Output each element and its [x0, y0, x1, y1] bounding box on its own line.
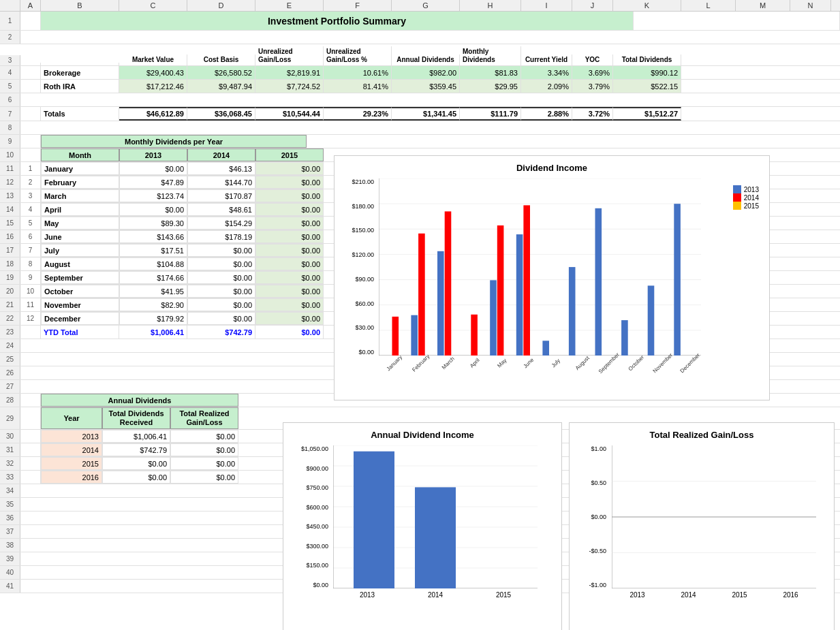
- month-2015-june: $0.00: [255, 230, 324, 243]
- month-2013-june: $143.66: [119, 230, 187, 243]
- svg-rect-14: [445, 211, 452, 356]
- svg-rect-16: [490, 280, 497, 356]
- col-header-f: F: [324, 0, 392, 11]
- rothira-unrealgl: $7,724.52: [255, 80, 324, 93]
- month-2014-february: $144.70: [187, 176, 255, 189]
- header-current-yield: Current Yield: [521, 54, 572, 65]
- svg-rect-18: [516, 234, 523, 356]
- month-2015-march: $0.00: [255, 189, 324, 202]
- cell-1rest: [634, 12, 840, 30]
- month-2014-september: $0.00: [187, 271, 255, 284]
- svg-rect-25: [674, 204, 681, 356]
- col-header-b: B: [41, 0, 119, 11]
- svg-rect-36: [354, 452, 394, 588]
- totals-annualdiv: $1,341.45: [392, 107, 460, 121]
- month-2014-august: $0.00: [187, 257, 255, 270]
- header-total-div: Total Dividends: [613, 54, 681, 65]
- row-2: 2: [0, 31, 840, 44]
- rownum-11: 11: [0, 162, 20, 175]
- month-2014-january: $46.13: [187, 162, 255, 175]
- month-2015-april: $0.00: [255, 203, 324, 216]
- month-march: March: [41, 189, 119, 202]
- svg-rect-20: [542, 341, 549, 356]
- month-2015-february: $0.00: [255, 176, 324, 189]
- rothira-unrealpct: 81.41%: [324, 80, 392, 93]
- brokerage-annualdiv: $982.00: [392, 66, 460, 79]
- svg-rect-17: [497, 225, 504, 356]
- legend-2013: 2013: [733, 185, 759, 193]
- month-2015-january: $0.00: [255, 162, 324, 175]
- col-header-j: J: [572, 0, 613, 11]
- annual-col-realized: Total Realized Gain/Loss: [170, 407, 238, 429]
- header-unrealized-gl: Unrealized Gain/Loss: [255, 46, 324, 65]
- row-5: 5 Roth IRA $17,212.46 $9,487.94 $7,724.5…: [0, 80, 840, 93]
- col-header-m: M: [736, 0, 790, 11]
- brokerage-yoc: 3.69%: [572, 66, 613, 79]
- brokerage-label: Brokerage: [41, 66, 119, 79]
- header-unrealized-pct: Unrealized Gain/Loss %: [324, 46, 392, 65]
- totals-monthlydiv: $111.79: [460, 107, 521, 121]
- col-header-row: [0, 0, 20, 11]
- legend-2015: 2015: [733, 202, 759, 210]
- rownum-17: 17: [0, 244, 20, 257]
- annual-col-received: Total Dividends Received: [102, 407, 170, 429]
- month-september: September: [41, 271, 119, 284]
- annual-chart-svg: [333, 445, 538, 588]
- month-2014-may: $154.29: [187, 217, 255, 230]
- dividend-chart-svg: [379, 178, 701, 356]
- annual-chart-xlabels: 2013 2014 2015: [333, 591, 538, 599]
- month-2015-august: $0.00: [255, 257, 324, 270]
- month-2013-august: $104.88: [119, 257, 187, 270]
- col-header-l: L: [681, 0, 736, 11]
- row-7: 7 Totals $46,612.89 $36,068.45 $10,544.4…: [0, 107, 840, 121]
- cell-1a: [20, 12, 41, 30]
- brokerage-mktval: $29,400.43: [119, 66, 187, 79]
- svg-rect-12: [418, 234, 425, 356]
- row-8: 8: [0, 121, 840, 135]
- monthly-col-month: Month: [41, 148, 119, 161]
- svg-rect-15: [471, 315, 478, 356]
- rothira-yoc: 3.79%: [572, 80, 613, 93]
- legend-color-2015: [733, 202, 741, 210]
- month-december: December: [41, 312, 119, 325]
- svg-rect-22: [595, 208, 602, 356]
- col-header-i: I: [521, 0, 572, 11]
- rownum-3: 3: [0, 55, 20, 65]
- rownum-16: 16: [0, 230, 20, 243]
- rothira-yield: 2.09%: [521, 80, 572, 93]
- monthly-col-2013: 2013: [119, 148, 187, 161]
- rownum-29: 29: [0, 407, 20, 429]
- month-2014-october: $0.00: [187, 285, 255, 298]
- rownum-8: 8: [0, 121, 20, 134]
- rownum-15: 15: [0, 217, 20, 230]
- annual-year-2013: 2013: [41, 430, 102, 443]
- month-2015-september: $0.00: [255, 271, 324, 284]
- month-2013-november: $82.90: [119, 298, 187, 311]
- svg-rect-13: [437, 251, 444, 356]
- header-yoc: YOC: [572, 54, 613, 65]
- annual-realized-2013: $0.00: [170, 430, 238, 443]
- rownum-13: 13: [0, 189, 20, 202]
- ytd-2014: $742.79: [187, 326, 255, 338]
- month-august: August: [41, 257, 119, 270]
- header-market-value: Market Value: [119, 54, 187, 65]
- dividend-income-chart: Dividend Income $210.00 $180.00 $150.00 …: [334, 155, 770, 400]
- svg-rect-21: [569, 267, 576, 356]
- rothira-totaldiv: $522.15: [613, 80, 681, 93]
- rothira-label: Roth IRA: [41, 80, 119, 93]
- rownum-22: 22: [0, 312, 20, 325]
- totals-yield: 2.88%: [521, 107, 572, 121]
- brokerage-totaldiv: $990.12: [613, 66, 681, 79]
- annual-year-2015: 2015: [41, 457, 102, 470]
- annual-received-2014: $742.79: [102, 443, 170, 456]
- ytd-2015: $0.00: [255, 326, 324, 338]
- month-2015-december: $0.00: [255, 312, 324, 325]
- rownum-4: 4: [0, 66, 20, 79]
- col-header-n: N: [790, 0, 831, 11]
- rownum-18: 18: [0, 257, 20, 270]
- rownum-20: 20: [0, 285, 20, 298]
- svg-rect-37: [415, 487, 456, 588]
- annual-received-2016: $0.00: [102, 471, 170, 484]
- legend-color-2013: [733, 185, 741, 193]
- month-may: May: [41, 217, 119, 230]
